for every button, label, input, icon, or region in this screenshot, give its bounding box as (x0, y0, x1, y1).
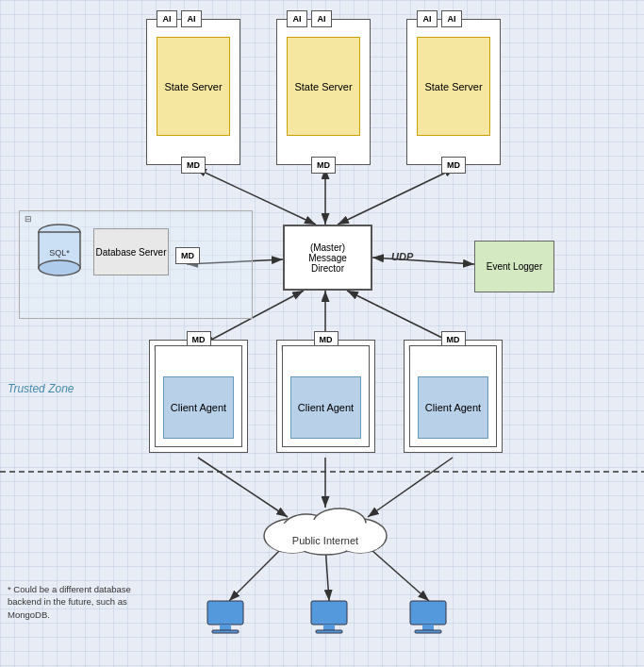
ai-badge-2a: AI (287, 10, 307, 27)
svg-rect-39 (422, 625, 434, 630)
state-server-2: AI AI State Server MD (276, 19, 371, 165)
svg-rect-35 (311, 601, 347, 625)
ai-badges-3: AI AI (417, 10, 462, 27)
svg-line-9 (347, 291, 455, 344)
svg-rect-38 (410, 601, 446, 625)
client-agent-2: ⊟ MD Client Agent (276, 340, 375, 453)
client2-inner: Client Agent (282, 345, 370, 447)
footnote: * Could be a different database backend … (8, 583, 154, 621)
ai-badges-2: AI AI (287, 10, 332, 27)
svg-rect-34 (212, 630, 239, 633)
udp-label: UDP (391, 251, 413, 262)
md-badge-ss2: MD (311, 157, 336, 174)
state-server-2-label: State Server (287, 37, 360, 136)
state-server-1-label: State Server (157, 37, 230, 136)
svg-rect-36 (323, 625, 335, 630)
computer-1 (203, 599, 250, 642)
cloud-shape: Public Internet (255, 500, 396, 557)
ai-badge-2b: AI (311, 10, 332, 27)
diagram-canvas: AI AI State Server MD AI AI State Server… (0, 0, 644, 667)
client-agent-3-label: Client Agent (418, 376, 488, 439)
svg-text:Public Internet: Public Internet (292, 535, 358, 546)
event-logger-label: Event Logger (487, 261, 543, 272)
svg-text:SQL*: SQL* (49, 248, 70, 258)
client-agent-3: ⊟ MD Client Agent (404, 340, 503, 453)
svg-rect-33 (220, 625, 231, 630)
client-agent-1: ⊟ MD Client Agent (149, 340, 248, 453)
client-agent-1-label: Client Agent (163, 376, 234, 439)
state-server-3-label: State Server (417, 37, 490, 136)
trusted-zone-label: Trusted Zone (8, 382, 74, 395)
db-server-label: Database Server (93, 228, 169, 275)
client-agent-2-label: Client Agent (290, 376, 361, 439)
state-server-3: AI AI State Server MD (406, 19, 501, 165)
master-label: (Master)MessageDirector (308, 242, 347, 274)
md-badge-ss3: MD (441, 157, 466, 174)
computer-3 (405, 599, 453, 642)
ai-badge-3b: AI (441, 10, 462, 27)
event-logger: Event Logger (474, 241, 554, 292)
state-server-1: AI AI State Server MD (146, 19, 240, 165)
ai-badges-1: AI AI (157, 10, 202, 27)
svg-line-4 (338, 168, 455, 225)
svg-rect-40 (415, 630, 441, 633)
svg-point-19 (39, 260, 80, 275)
svg-rect-32 (207, 601, 243, 625)
client1-inner: Client Agent (155, 345, 242, 447)
ai-badge-1a: AI (157, 10, 177, 27)
computer-2 (306, 599, 354, 642)
ai-badge-1b: AI (181, 10, 202, 27)
public-internet: Public Internet (255, 500, 396, 559)
master-message-director: (Master)MessageDirector (283, 225, 372, 291)
svg-line-6 (372, 258, 474, 264)
client3-inner: Client Agent (409, 345, 497, 447)
md-badge-db: MD (175, 247, 200, 264)
db-zone-icon: ⊟ (25, 214, 32, 224)
ai-badge-3a: AI (417, 10, 438, 27)
svg-rect-37 (316, 630, 342, 633)
md-badge-ss1: MD (181, 157, 206, 174)
sql-cylinder: SQL* (34, 223, 86, 279)
db-zone: ⊟ SQL* Database Server MD (19, 210, 253, 319)
